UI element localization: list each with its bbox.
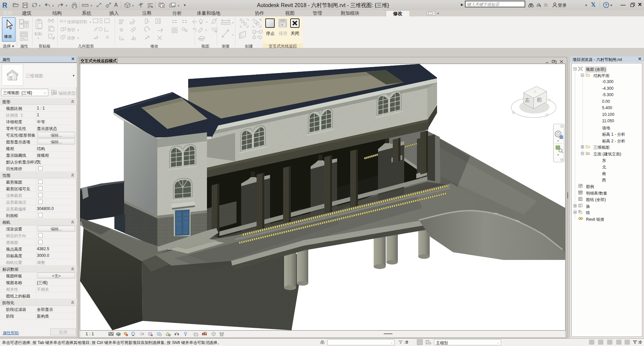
svg-text:1: 1 [107,5,108,8]
svg-text:左: 左 [525,97,530,103]
svg-text:前: 前 [537,97,542,102]
svg-text:?: ? [605,3,607,7]
svg-text:北: 北 [544,112,549,117]
svg-text:南: 南 [511,110,516,115]
